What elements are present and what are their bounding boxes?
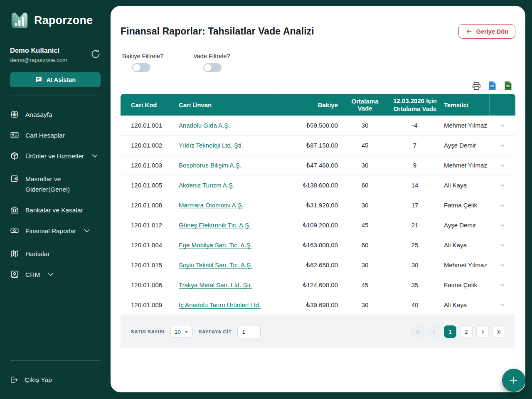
sidebar-item-haritalar[interactable]: Haritalar (10, 249, 101, 259)
page-button-2[interactable]: 2 (460, 325, 473, 338)
cell-cari-kod: 120.01.004 (121, 241, 170, 249)
user-email: demo@raporzone.com (10, 57, 67, 63)
col-header-temsilci: Temsilci (442, 94, 490, 116)
sidebar-item-label: Masraflar ve Giderler(Genel) (25, 174, 91, 195)
svg-text:XML: XML (506, 85, 510, 87)
sidebar-item-masraflar-ve-giderler-genel-[interactable]: Masraflar ve Giderler(Genel) (10, 175, 101, 195)
rows-per-page-select[interactable]: 10 (170, 326, 193, 337)
next-page-button[interactable] (476, 325, 489, 338)
cell-bakiye: ₺109.200,00 (274, 222, 342, 229)
cell-temsilci: Mehmet Yılmaz (442, 261, 490, 268)
cell-cari-kod: 120.01.015 (121, 261, 170, 268)
id-card-icon (10, 131, 19, 140)
company-link[interactable]: Bosphorus Bilişim A.Ş. (179, 162, 241, 169)
sidebar-item-anasayfa[interactable]: Anasayfa (10, 110, 101, 120)
company-link[interactable]: Akdeniz Turizm A.Ş. (179, 182, 234, 189)
company-link[interactable]: Güneş Elektronik Tic. A.Ş. (179, 222, 251, 229)
cell-temsilci: Mehmet Yılmaz (442, 122, 490, 129)
col-header-future-vade: 12.03.2026 Için Ortalama Vade (388, 94, 442, 116)
sidebar-item-crm[interactable]: CRM (10, 270, 101, 280)
cell-temsilci: Ayşe Demir (442, 142, 490, 149)
goto-page-input[interactable] (237, 325, 261, 338)
cell-temsilci: Fatma Çelik (442, 202, 490, 209)
cell-ortalama-vade: 45 (342, 142, 388, 149)
table-header: Cari Kod Cari Ünvan Bakiye Ortalama Vade… (121, 94, 515, 116)
sidebar-item-label: Anasayfa (25, 109, 52, 120)
cell-bakiye: ₺138.600,00 (274, 182, 342, 189)
map-icon (10, 249, 19, 258)
user-name: Demo Kullanici (10, 47, 67, 54)
row-expand-chevron-icon[interactable] (499, 122, 506, 129)
company-link[interactable]: Marmara Otomotiv A.Ş. (179, 202, 244, 209)
row-expand-chevron-icon[interactable] (499, 202, 506, 209)
plus-icon (508, 375, 519, 386)
app-viewport: Raporzone Demo Kullanici demo@raporzone.… (0, 0, 532, 399)
prev-page-button[interactable] (428, 325, 440, 338)
company-link[interactable]: Anadolu Gıda A.Ş. (179, 122, 230, 129)
ai-assistant-button[interactable]: AI Asistan (10, 72, 101, 87)
wallet-icon (10, 174, 19, 183)
balance-filter-label: Bakiye Filtrele? (122, 53, 163, 59)
table-row: 120.01.003Bosphorus Bilişim A.Ş.₺47.460,… (121, 155, 515, 175)
col-header-bakiye: Bakiye (274, 101, 342, 108)
brand-name: Raporzone (34, 14, 93, 27)
add-fab-button[interactable] (502, 369, 525, 392)
footer-controls: SATIR SAYISI 10 SAYFAYA GİT (131, 325, 261, 338)
cell-future-vade: -4 (388, 122, 442, 129)
cell-ortalama-vade: 45 (342, 281, 388, 288)
cell-temsilci: Mehmet Yılmaz (442, 162, 490, 169)
sidebar-item-bankalar-ve-kasalar[interactable]: Bankalar ve Kasalar (10, 206, 101, 215)
cell-ortalama-vade: 60 (342, 241, 388, 249)
chevron-down-icon (82, 226, 91, 235)
row-expand-chevron-icon[interactable] (499, 302, 506, 308)
export-xml-icon[interactable]: XML (503, 81, 513, 91)
row-expand-chevron-icon[interactable] (499, 262, 506, 268)
cell-ortalama-vade: 30 (342, 261, 388, 268)
due-filter-toggle[interactable] (203, 63, 222, 72)
last-page-button[interactable] (493, 325, 505, 338)
logout-button[interactable]: Çıkış Yap (10, 376, 101, 384)
rows-per-page-label: SATIR SAYISI (131, 329, 165, 334)
col-header-cari-unvan: Cari Ünvan (170, 94, 274, 116)
package-icon (10, 151, 19, 160)
row-expand-chevron-icon[interactable] (499, 222, 506, 229)
sidebar-item-finansal-raporlar[interactable]: Finansal Raporlar (10, 227, 101, 236)
sidebar-item-cari-hesaplar[interactable]: Cari Hesaplar (10, 131, 101, 140)
toggle-knob (204, 64, 212, 71)
page-button-1[interactable]: 1 (444, 325, 456, 338)
export-csv-icon[interactable]: CSV (488, 81, 497, 91)
first-page-button[interactable] (411, 325, 424, 338)
chevron-down-icon (46, 270, 55, 279)
sidebar: Raporzone Demo Kullanici demo@raporzone.… (0, 0, 111, 399)
print-icon[interactable] (472, 81, 481, 91)
due-filter-group: Vade Filtrele? (192, 53, 230, 72)
col-header-future-line2: Ortalama Vade (391, 105, 439, 112)
balance-filter-toggle[interactable] (132, 63, 150, 72)
cell-bakiye: ₺62.650,00 (274, 261, 342, 269)
goto-page-label: SAYFAYA GİT (199, 329, 232, 334)
sync-icon[interactable] (91, 49, 101, 59)
company-link[interactable]: Ege Mobilya San. Tic. A.Ş. (179, 241, 252, 249)
company-link[interactable]: Soylu Tekstil San. Tic. A.Ş. (179, 261, 252, 268)
svg-text:CSV: CSV (490, 85, 495, 87)
row-expand-chevron-icon[interactable] (499, 182, 506, 189)
company-link[interactable]: İç Anadolu Tarım Ürünleri Ltd. (179, 301, 261, 308)
cell-future-vade: 14 (388, 182, 442, 189)
row-expand-chevron-icon[interactable] (499, 162, 506, 169)
table-row: 120.01.009İç Anadolu Tarım Ürünleri Ltd.… (121, 295, 515, 315)
row-expand-chevron-icon[interactable] (499, 142, 506, 149)
balance-filter-group: Bakiye Filtrele? (121, 53, 163, 72)
home-icon (10, 110, 19, 119)
filters-row: Bakiye Filtrele? Vade Filtrele? (121, 53, 515, 72)
row-expand-chevron-icon[interactable] (499, 282, 506, 288)
table-body: 120.01.001Anadolu Gıda A.Ş.₺59.500,0030-… (121, 116, 515, 315)
caret-down-icon (184, 330, 189, 334)
cell-cari-unvan: İç Anadolu Tarım Ürünleri Ltd. (170, 301, 274, 308)
back-button[interactable]: Geriye Dön (458, 24, 515, 39)
company-link[interactable]: Yıldız Teknoloji Ltd. Şti. (179, 142, 243, 149)
user-info: Demo Kullanici demo@raporzone.com (10, 47, 67, 63)
company-link[interactable]: Trakya Metal San. Ltd. Şti. (179, 281, 252, 288)
sidebar-item--r-nler-ve-hizmetler[interactable]: Ürünler ve Hizmetler (10, 152, 101, 161)
cell-cari-kod: 120.01.012 (121, 222, 170, 229)
row-expand-chevron-icon[interactable] (499, 242, 506, 249)
